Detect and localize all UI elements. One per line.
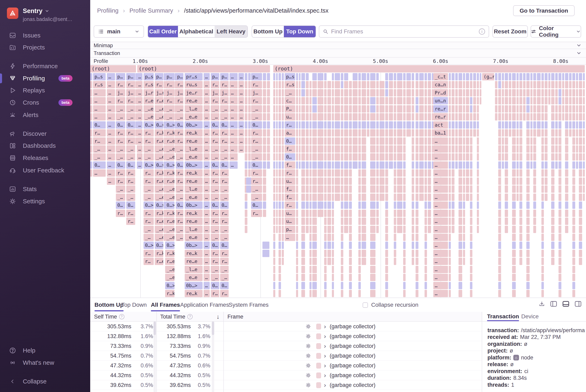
flame-cell[interactable] <box>370 169 375 177</box>
flame-cell[interactable] <box>572 73 575 80</box>
flame-cell[interactable] <box>541 178 544 185</box>
flame-cell[interactable] <box>394 81 396 88</box>
flame-cell[interactable] <box>412 242 414 249</box>
flame-cell[interactable] <box>273 250 275 257</box>
flame-cell[interactable]: … <box>433 274 448 281</box>
flame-cell[interactable]: r… <box>144 250 154 257</box>
flame-cell[interactable] <box>551 178 554 185</box>
flame-cell[interactable]: _… <box>220 105 229 112</box>
flame-cell[interactable] <box>397 145 402 153</box>
flame-cell[interactable] <box>424 194 427 201</box>
flame-cell[interactable] <box>424 138 427 145</box>
flame-cell[interactable] <box>327 89 331 96</box>
flame-cell[interactable] <box>349 138 352 145</box>
flame-cell[interactable]: 0…> <box>165 242 175 249</box>
flame-cell[interactable]: re…k <box>185 250 203 257</box>
flame-cell[interactable] <box>276 169 278 177</box>
flame-cell[interactable] <box>498 242 501 249</box>
flame-cell[interactable] <box>463 194 465 201</box>
flame-cell[interactable] <box>498 218 501 225</box>
flame-cell[interactable] <box>541 162 544 169</box>
flame-cell[interactable] <box>565 105 568 112</box>
flame-cell[interactable]: 0… <box>116 162 125 169</box>
flame-cell[interactable] <box>412 210 414 217</box>
flame-cell[interactable] <box>349 250 352 257</box>
sidebar-item-alerts[interactable]: Alerts <box>0 109 90 121</box>
flame-cell[interactable] <box>458 210 462 217</box>
flame-cell[interactable] <box>419 138 424 145</box>
flame-cell[interactable] <box>276 138 278 145</box>
flame-cell[interactable] <box>562 89 564 96</box>
flame-cell[interactable] <box>530 145 532 153</box>
flame-cell[interactable] <box>572 258 575 265</box>
flame-cell[interactable]: r… <box>176 218 184 225</box>
flame-cell[interactable] <box>312 194 317 201</box>
flame-cell[interactable] <box>572 113 575 120</box>
gear-icon[interactable] <box>305 372 311 380</box>
flame-cell[interactable]: re…k <box>185 290 203 297</box>
flame-cell[interactable] <box>449 89 451 96</box>
flame-cell[interactable] <box>245 153 247 160</box>
flame-cell[interactable] <box>565 129 568 136</box>
flame-cell[interactable]: … <box>229 89 238 96</box>
flame-cell[interactable] <box>416 202 418 209</box>
flame-cell[interactable] <box>353 162 358 169</box>
flame-cell[interactable] <box>379 138 384 145</box>
flame-cell[interactable]: re…e <box>185 258 203 265</box>
flame-cell[interactable] <box>466 178 469 185</box>
flame-cell[interactable] <box>324 290 327 297</box>
flame-cell[interactable]: r… <box>93 129 106 136</box>
flame-cell[interactable] <box>519 121 522 129</box>
flame-cell[interactable] <box>318 169 323 177</box>
flame-cell[interactable] <box>558 138 561 145</box>
flame-cell[interactable] <box>263 97 266 104</box>
flame-cell[interactable] <box>389 113 393 120</box>
flame-cell[interactable] <box>449 105 451 112</box>
flame-cell[interactable] <box>519 169 522 177</box>
flame-cell[interactable] <box>502 89 504 96</box>
flame-cell[interactable] <box>276 129 278 136</box>
flame-cell[interactable] <box>565 145 568 153</box>
tab-device[interactable]: Device <box>521 312 539 321</box>
flame-cell[interactable] <box>301 89 305 96</box>
flame-cell[interactable] <box>498 194 501 201</box>
flame-cell[interactable] <box>449 153 451 160</box>
flame-cell[interactable]: … <box>433 218 448 225</box>
flame-cell[interactable] <box>541 234 544 241</box>
flame-cell[interactable]: r… <box>116 178 125 185</box>
flame-cell[interactable] <box>555 145 558 153</box>
flame-cell[interactable]: u… <box>285 113 295 120</box>
flame-cell[interactable] <box>245 138 247 145</box>
flame-cell[interactable] <box>403 210 406 217</box>
flame-cell[interactable] <box>394 129 396 136</box>
flame-cell[interactable] <box>306 129 309 136</box>
flame-cell[interactable] <box>519 178 522 185</box>
flame-cell[interactable] <box>403 81 406 88</box>
flame-cell[interactable] <box>449 218 451 225</box>
flame-cell[interactable] <box>370 186 375 193</box>
flame-cell[interactable] <box>164 89 165 96</box>
flame-cell[interactable] <box>519 153 522 160</box>
flame-cell[interactable] <box>537 89 540 96</box>
flame-cell[interactable]: r… <box>285 121 295 129</box>
flame-cell[interactable] <box>412 234 414 241</box>
flame-cell[interactable]: _c…t <box>433 73 448 80</box>
flame-cell[interactable] <box>90 138 92 145</box>
flame-cell[interactable] <box>505 129 508 136</box>
flame-cell[interactable]: … <box>433 138 448 145</box>
flame-cell[interactable]: r… <box>211 258 219 265</box>
flame-cell[interactable]: r… <box>220 169 229 177</box>
flame-cell[interactable] <box>324 218 327 225</box>
scrollbar[interactable] <box>154 322 156 392</box>
flame-cell[interactable] <box>90 145 92 153</box>
flame-cell[interactable] <box>526 202 529 209</box>
flame-cell[interactable] <box>358 105 361 112</box>
flame-cell[interactable]: 0…> <box>144 202 154 209</box>
flame-cell[interactable] <box>263 169 266 177</box>
flame-cell[interactable] <box>279 89 281 96</box>
flame-cell[interactable]: … <box>137 145 143 153</box>
flame-cell[interactable] <box>394 202 396 209</box>
flame-cell[interactable]: … <box>204 234 210 241</box>
flame-cell[interactable]: _… <box>220 153 229 160</box>
flame-cell[interactable] <box>541 138 544 145</box>
